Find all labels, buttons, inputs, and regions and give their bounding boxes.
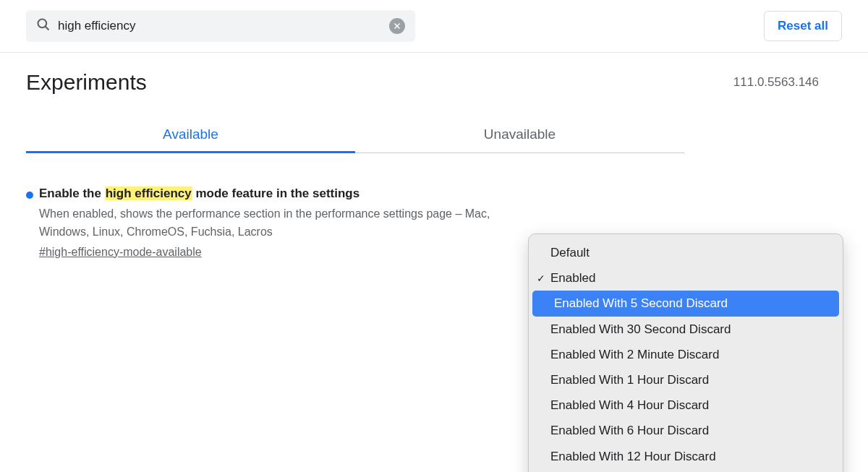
tabs: Available Unavailable (26, 116, 684, 153)
experiment-anchor-link[interactable]: #high-efficiency-mode-available (39, 246, 202, 259)
dropdown-option[interactable]: Enabled With 2 Minute Discard (529, 342, 843, 367)
dropdown-option-label: Enabled With 12 Hour Discard (550, 447, 716, 466)
tab-unavailable[interactable]: Unavailable (355, 116, 684, 153)
experiment-description: When enabled, shows the performance sect… (39, 205, 532, 241)
dropdown-option-label: Enabled With 4 Hour Discard (550, 395, 709, 415)
experiment-row: Enable the high efficiency mode feature … (26, 186, 532, 259)
dropdown-option[interactable]: Enabled With 1 Hour Discard (529, 367, 843, 392)
reset-all-button[interactable]: Reset all (764, 11, 842, 41)
dropdown-option[interactable]: ✓Enabled (529, 265, 843, 291)
experiment-title: Enable the high efficiency mode feature … (39, 186, 532, 201)
experiment-title-post: mode feature in the settings (192, 186, 359, 200)
dropdown-option-label: Enabled With 6 Hour Discard (550, 421, 709, 440)
experiment-value-dropdown[interactable]: Default✓EnabledEnabled With 5 Second Dis… (528, 233, 843, 472)
dropdown-option[interactable]: Enabled With 30 Second Discard (529, 317, 843, 342)
svg-line-1 (46, 27, 49, 30)
dropdown-option[interactable]: Enabled With 12 Hour Discard (529, 444, 843, 469)
dropdown-option-label: Default (550, 243, 590, 262)
check-icon: ✓ (535, 270, 548, 286)
dropdown-option[interactable]: Enabled With 6 Hour Discard (529, 418, 843, 443)
svg-point-0 (38, 20, 47, 28)
dropdown-option-label: Enabled (550, 268, 595, 288)
dropdown-option[interactable]: Enabled With 4 Hour Discard (529, 392, 843, 418)
search-icon (36, 17, 51, 35)
dropdown-option-label: Enabled With 1 Hour Discard (550, 370, 709, 390)
dropdown-option-label: Enabled With 5 Second Discard (554, 293, 728, 313)
page-title: Experiments (26, 70, 147, 95)
search-input[interactable] (58, 19, 389, 33)
dropdown-option[interactable]: Enabled With Default On (529, 469, 843, 472)
clear-search-button[interactable] (389, 18, 405, 34)
version-label: 111.0.5563.146 (733, 75, 819, 90)
experiment-title-highlight: high efficiency (105, 186, 192, 200)
modified-indicator-icon (26, 192, 33, 199)
dropdown-option[interactable]: Enabled With 5 Second Discard (532, 291, 839, 316)
dropdown-option[interactable]: Default (529, 240, 843, 265)
search-box[interactable] (26, 10, 415, 42)
dropdown-option-label: Enabled With 30 Second Discard (550, 319, 731, 339)
tab-available[interactable]: Available (26, 116, 355, 153)
dropdown-option-label: Enabled With 2 Minute Discard (550, 345, 719, 364)
experiment-title-pre: Enable the (39, 186, 105, 200)
